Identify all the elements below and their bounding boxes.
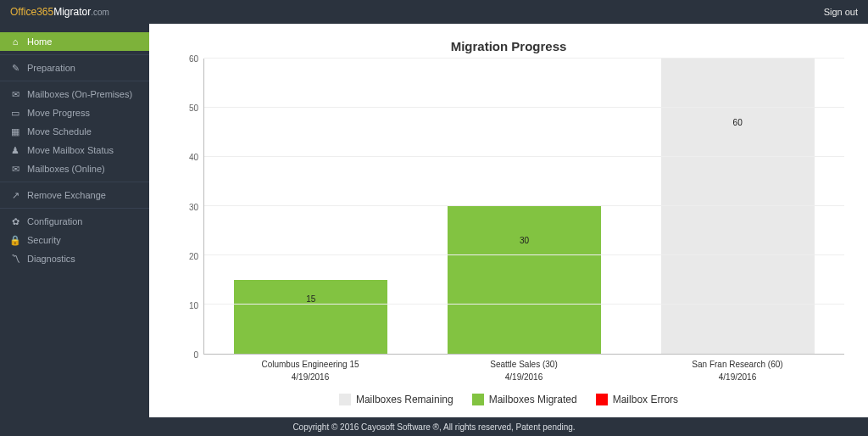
mailboxes-icon: ✉ [10, 89, 20, 99]
y-tick: 0 [193, 350, 198, 360]
sidebar-item-remove-exchange[interactable]: ↗Remove Exchange [0, 186, 149, 204]
bar-value-label: 30 [448, 236, 601, 245]
sidebar-item-configuration[interactable]: ✿Configuration [0, 212, 149, 231]
content-panel: Migration Progress 0102030405060 153060 … [149, 24, 868, 417]
sidebar-item-diagnostics[interactable]: 〽Diagnostics [0, 249, 149, 268]
x-cell: Columbus Engineering 154/19/2016 [203, 355, 417, 382]
move-icon: ▭ [10, 108, 20, 118]
legend: Mailboxes RemainingMailboxes MigratedMai… [173, 394, 844, 405]
sidebar-item-mailboxes-on-premises[interactable]: ✉Mailboxes (On-Premises) [0, 85, 149, 103]
x-date-label: 4/19/2016 [631, 372, 844, 382]
x-cell: Seattle Sales (30)4/19/2016 [417, 355, 631, 382]
x-cell: San Fran Research (60)4/19/2016 [631, 355, 844, 382]
bar-slot: 60 [631, 59, 844, 354]
sidebar-item-label: Preparation [27, 63, 75, 73]
sidebar-item-move-mailbox-status[interactable]: ♟Move Mailbox Status [0, 141, 149, 159]
brand-part2: Migrator [53, 6, 91, 18]
chart: 0102030405060 153060 Columbus Engineerin… [173, 59, 844, 409]
home-icon: ⌂ [10, 36, 20, 47]
sidebar-item-label: Home [27, 36, 52, 47]
grid-line [204, 254, 844, 255]
legend-swatch [339, 394, 351, 405]
bar[interactable]: 30 [448, 206, 601, 354]
plot-area: 153060 [203, 59, 844, 355]
sidebar-group: ✎Preparation [0, 54, 149, 81]
sidebar-item-move-schedule[interactable]: ▦Move Schedule [0, 122, 149, 141]
sidebar-group: ✉Mailboxes (On-Premises)▭Move Progress▦M… [0, 81, 149, 182]
bars-container: 153060 [204, 59, 844, 354]
legend-item[interactable]: Mailboxes Migrated [472, 394, 577, 405]
grid-line [204, 107, 844, 108]
grid-line [204, 304, 844, 305]
y-tick: 10 [189, 300, 198, 310]
brand-part3: .com [91, 8, 109, 17]
sidebar-item-label: Security [27, 235, 61, 245]
sidebar-item-label: Move Schedule [27, 126, 92, 137]
legend-swatch [472, 394, 484, 405]
legend-item[interactable]: Mailbox Errors [596, 394, 678, 405]
sidebar-item-home[interactable]: ⌂Home [0, 32, 149, 51]
legend-swatch [596, 394, 608, 405]
move-icon: ♟ [10, 145, 20, 155]
sidebar-group: ⌂Home [0, 29, 149, 54]
security-icon: 🔒 [10, 235, 20, 245]
x-date-label: 4/19/2016 [417, 372, 631, 382]
legend-label: Mailboxes Migrated [489, 394, 577, 405]
bar[interactable]: 60 [661, 59, 815, 354]
chart-title: Migration Progress [173, 39, 844, 53]
configuration-icon: ✿ [10, 216, 20, 226]
y-tick: 20 [189, 251, 198, 260]
sidebar-item-security[interactable]: 🔒Security [0, 231, 149, 249]
sidebar: ⌂Home✎Preparation✉Mailboxes (On-Premises… [0, 24, 149, 417]
sidebar-item-label: Configuration [27, 216, 82, 226]
sidebar-item-label: Mailboxes (On-Premises) [27, 89, 132, 99]
sidebar-group: ↗Remove Exchange [0, 182, 149, 208]
sidebar-item-mailboxes-online[interactable]: ✉Mailboxes (Online) [0, 159, 149, 178]
x-category-label: San Fran Research (60) [631, 360, 844, 369]
brand-logo: Office365Migrator.com [10, 6, 109, 18]
bar-value-label: 15 [234, 294, 387, 304]
x-date-label: 4/19/2016 [203, 372, 417, 382]
x-category-label: Seattle Sales (30) [417, 360, 631, 369]
bar-value-label: 60 [661, 118, 815, 127]
move-icon: ▦ [10, 126, 20, 137]
footer: Copyright © 2016 Cayosoft Software ®, Al… [0, 417, 868, 436]
main: ⌂Home✎Preparation✉Mailboxes (On-Premises… [0, 24, 868, 417]
y-tick: 40 [189, 153, 198, 162]
mailboxes-icon: ✉ [10, 164, 20, 174]
bar-slot: 15 [204, 59, 418, 354]
bar[interactable]: 15 [234, 280, 387, 354]
plot-row: 0102030405060 153060 [173, 59, 844, 355]
brand-part1: Office365 [10, 6, 53, 18]
sidebar-group: ✿Configuration🔒Security〽Diagnostics [0, 208, 149, 271]
x-axis: Columbus Engineering 154/19/2016Seattle … [203, 355, 844, 382]
sidebar-item-label: Mailboxes (Online) [27, 164, 105, 174]
grid-line [204, 58, 844, 59]
sidebar-item-label: Remove Exchange [27, 190, 106, 200]
topbar: Office365Migrator.com Sign out [0, 0, 868, 24]
remove-icon: ↗ [10, 190, 20, 200]
bar-slot: 30 [418, 59, 632, 354]
sidebar-item-label: Move Progress [27, 108, 90, 118]
legend-item[interactable]: Mailboxes Remaining [339, 394, 453, 405]
signout-link[interactable]: Sign out [824, 7, 858, 17]
x-category-label: Columbus Engineering 15 [203, 360, 417, 369]
diagnostics-icon: 〽 [10, 254, 20, 264]
sidebar-item-preparation[interactable]: ✎Preparation [0, 59, 149, 77]
preparation-icon: ✎ [10, 63, 20, 73]
footer-text: Copyright © 2016 Cayosoft Software ®, Al… [292, 422, 575, 432]
y-tick: 60 [189, 54, 198, 64]
sidebar-item-label: Move Mailbox Status [27, 145, 114, 155]
grid-line [204, 205, 844, 206]
y-tick: 50 [189, 103, 198, 113]
legend-label: Mailbox Errors [613, 394, 678, 405]
grid-line [204, 156, 844, 157]
sidebar-item-move-progress[interactable]: ▭Move Progress [0, 103, 149, 122]
y-axis: 0102030405060 [173, 59, 203, 355]
sidebar-item-label: Diagnostics [27, 254, 75, 264]
legend-label: Mailboxes Remaining [356, 394, 453, 405]
y-tick: 30 [189, 202, 198, 211]
